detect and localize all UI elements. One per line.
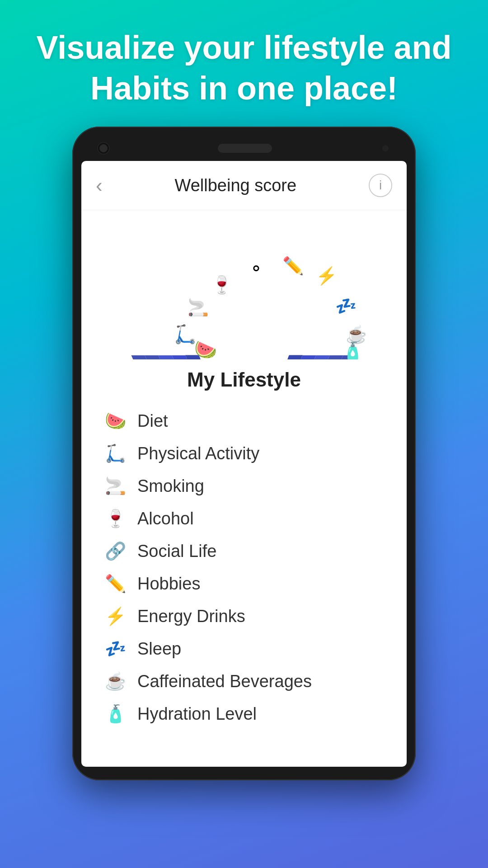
speaker [218, 144, 272, 153]
smoking-label: Smoking [137, 476, 204, 496]
back-button[interactable]: ‹ [96, 175, 103, 195]
alcohol-icon: 🍷 [104, 509, 127, 528]
energy-icon: ⚡ [104, 606, 127, 626]
svg-line-6 [244, 355, 272, 359]
phone-top-bar [81, 136, 407, 161]
diet-label: Diet [137, 411, 168, 431]
caffeinated-icon: ☕ [104, 671, 127, 691]
svg-text:🛴: 🛴 [174, 323, 197, 345]
alcohol-label: Alcohol [137, 509, 194, 528]
legend-item-sleep: 💤 Sleep [104, 632, 384, 665]
smoking-icon: 🚬 [104, 476, 127, 496]
sleep-label: Sleep [137, 639, 181, 659]
social-label: Social Life [137, 542, 216, 561]
svg-text:🍷: 🍷 [211, 274, 233, 295]
legend-item-caffeinated: ☕ Caffeinated Beverages [104, 665, 384, 698]
legend-item-alcohol: 🍷 Alcohol [104, 502, 384, 535]
legend-item-hydration: 🧴 Hydration Level [104, 698, 384, 730]
legend-item-energy: ⚡ Energy Drinks [104, 600, 384, 632]
legend-item-diet: 🍉 Diet [104, 405, 384, 437]
svg-line-4 [217, 355, 244, 359]
svg-text:🧴: 🧴 [342, 341, 364, 359]
app-title: Wellbeing score [175, 176, 297, 195]
diet-icon: 🍉 [104, 411, 127, 431]
phone-frame: ‹ Wellbeing score i [72, 127, 416, 780]
legend: 🍉 Diet 🛴 Physical Activity 🚬 Smoking 🍷 A… [81, 400, 407, 744]
info-button[interactable]: i [369, 174, 392, 197]
hero-text: Visualize your lifestyle and Habits in o… [0, 0, 488, 127]
svg-text:🚬: 🚬 [188, 297, 209, 318]
screen: ‹ Wellbeing score i [81, 161, 407, 767]
caffeinated-label: Caffeinated Beverages [137, 672, 312, 691]
semicircle-chart: 🍉 🛴 🚬 🍷 ⚬ ✏️ ⚡ 💤 ☕ [122, 224, 366, 359]
hydration-label: Hydration Level [137, 704, 257, 724]
legend-item-smoking: 🚬 Smoking [104, 470, 384, 502]
hobbies-label: Hobbies [137, 574, 200, 594]
chart-container: 🍉 🛴 🚬 🍷 ⚬ ✏️ ⚡ 💤 ☕ [81, 210, 407, 400]
legend-item-hobbies: ✏️ Hobbies [104, 567, 384, 600]
legend-item-social: 🔗 Social Life [104, 535, 384, 567]
svg-text:🍉: 🍉 [194, 339, 217, 359]
camera-dot [99, 144, 108, 152]
physical-label: Physical Activity [137, 444, 259, 463]
app-bar: ‹ Wellbeing score i [81, 161, 407, 210]
social-icon: 🔗 [104, 541, 127, 561]
hydration-icon: 🧴 [104, 704, 127, 724]
legend-item-physical: 🛴 Physical Activity [104, 437, 384, 470]
sleep-icon: 💤 [104, 639, 127, 659]
svg-text:💤: 💤 [335, 296, 357, 316]
sensor-dot [382, 145, 389, 151]
chart-title: My Lifestyle [187, 359, 301, 396]
svg-text:⚡: ⚡ [316, 265, 338, 286]
physical-icon: 🛴 [104, 443, 127, 463]
hobbies-icon: ✏️ [104, 574, 127, 594]
energy-label: Energy Drinks [137, 607, 245, 626]
svg-text:✏️: ✏️ [282, 255, 304, 276]
svg-text:⚬: ⚬ [249, 259, 263, 278]
